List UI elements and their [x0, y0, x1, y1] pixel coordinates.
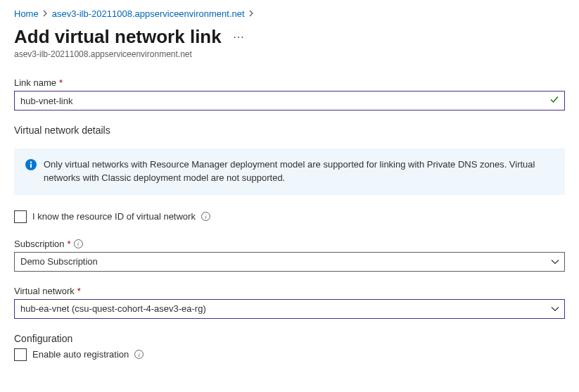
svg-rect-2	[30, 164, 32, 168]
chevron-right-icon	[43, 8, 48, 19]
info-banner-text: Only virtual networks with Resource Mana…	[44, 158, 554, 185]
info-banner: Only virtual networks with Resource Mana…	[14, 148, 565, 195]
vnet-details-heading: Virtual network details	[14, 125, 565, 136]
page-subtitle: asev3-ilb-20211008.appserviceenvironment…	[14, 49, 565, 59]
chevron-right-icon	[249, 8, 254, 19]
link-name-input[interactable]	[14, 91, 565, 110]
subscription-select[interactable]: Demo Subscription	[14, 252, 565, 272]
virtual-network-select[interactable]: hub-ea-vnet (csu-quest-cohort-4-asev3-ea…	[14, 299, 565, 319]
required-indicator: *	[59, 77, 63, 88]
more-actions-button[interactable]: ⋯	[233, 30, 245, 44]
virtual-network-label: Virtual network *	[14, 286, 565, 296]
auto-registration-label: Enable auto registration	[32, 349, 129, 360]
breadcrumb-home[interactable]: Home	[14, 8, 39, 19]
checkmark-icon	[549, 95, 559, 107]
subscription-label: Subscription * i	[14, 239, 565, 249]
know-resource-id-checkbox[interactable]	[14, 210, 27, 223]
breadcrumb-resource[interactable]: asev3-ilb-20211008.appserviceenvironment…	[52, 8, 245, 19]
breadcrumb: Home asev3-ilb-20211008.appserviceenviro…	[14, 8, 565, 19]
info-icon	[25, 159, 37, 175]
help-icon[interactable]: i	[201, 212, 210, 221]
help-icon[interactable]: i	[134, 350, 144, 359]
link-name-label: Link name *	[14, 77, 565, 88]
page-title: Add virtual network link	[14, 26, 222, 48]
auto-registration-checkbox[interactable]	[14, 348, 27, 361]
svg-point-1	[30, 161, 32, 163]
required-indicator: *	[77, 286, 81, 296]
help-icon[interactable]: i	[74, 239, 83, 248]
configuration-heading: Configuration	[14, 333, 565, 344]
know-resource-id-label: I know the resource ID of virtual networ…	[32, 211, 196, 222]
required-indicator: *	[68, 239, 71, 249]
